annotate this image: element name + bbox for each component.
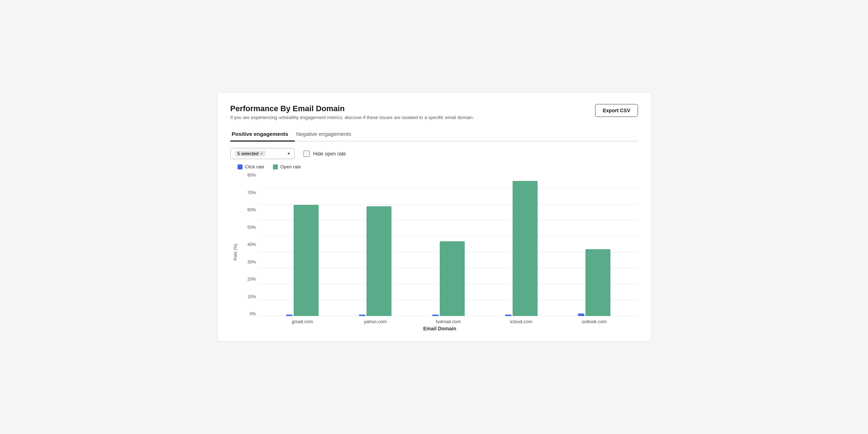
open-bar-hotmail: [440, 241, 465, 316]
controls-row: 5 selected × ▾ Hide open rate: [230, 148, 638, 159]
domain-badge: 5 selected ×: [235, 151, 266, 157]
bar-group-gmail: [266, 205, 339, 316]
click-bar-yahoo: [359, 315, 365, 316]
open-bar-outlook: [585, 249, 610, 316]
x-label-hotmail: hotmail.com: [412, 319, 485, 324]
click-bar-gmail: [286, 315, 293, 316]
click-bar-icloud: [505, 315, 512, 316]
bar-group-outlook: [558, 249, 630, 316]
x-axis-title: Email Domain: [242, 326, 638, 331]
legend-click-rate: Click rate: [238, 164, 264, 169]
open-bar-icloud: [513, 181, 538, 316]
card-title: Performance By Email Domain: [230, 104, 474, 113]
hide-open-rate-text: Hide open rate: [313, 151, 346, 157]
y-tick-60: 60%: [242, 208, 259, 212]
hide-open-rate-label[interactable]: Hide open rate: [303, 151, 346, 157]
x-label-icloud: icloud.com: [485, 319, 558, 324]
y-tick-40: 40%: [242, 242, 259, 247]
open-rate-color-swatch: [273, 164, 278, 169]
legend-open-rate: Open rate: [273, 164, 301, 169]
card-subtitle: If you are experiencing unhealthy engage…: [230, 115, 474, 120]
bars-container: [259, 173, 638, 316]
domain-badge-clear[interactable]: ×: [260, 151, 263, 156]
export-csv-button[interactable]: Export CSV: [595, 104, 638, 117]
y-tick-20: 20%: [242, 277, 259, 281]
x-label-yahoo: yahoo.com: [339, 319, 412, 324]
click-bar-hotmail: [432, 315, 439, 316]
y-tick-80: 80%: [242, 173, 259, 177]
bar-group-icloud: [485, 181, 558, 316]
chart-container: 0% 10% 20% 30% 40% 50% 60% 70% 80%: [242, 173, 638, 331]
x-axis-labels: gmail.com yahoo.com hotmail.com icloud.c…: [259, 316, 638, 324]
open-bar-yahoo: [366, 206, 391, 316]
header-row: Performance By Email Domain If you are e…: [230, 104, 638, 120]
bar-group-yahoo: [339, 206, 412, 316]
x-label-gmail: gmail.com: [266, 319, 339, 324]
tab-negative-engagements[interactable]: Negative engagements: [295, 127, 358, 142]
chevron-down-icon: ▾: [288, 151, 290, 156]
domain-badge-text: 5 selected: [238, 151, 259, 156]
chart-legend: Click rate Open rate: [238, 164, 638, 169]
chart-plot: 0% 10% 20% 30% 40% 50% 60% 70% 80%: [259, 173, 638, 316]
x-label-outlook: outlook.com: [558, 319, 630, 324]
tab-positive-engagements[interactable]: Positive engagements: [230, 127, 295, 142]
performance-card: Performance By Email Domain If you are e…: [217, 92, 651, 342]
chart-area: Rate (%) 0% 10% 20% 30% 40% 50% 60% 70% …: [230, 173, 638, 331]
y-tick-10: 10%: [242, 295, 259, 299]
tabs-container: Positive engagements Negative engagement…: [230, 127, 638, 142]
y-tick-70: 70%: [242, 191, 259, 195]
y-axis-label: Rate (%): [230, 173, 240, 331]
click-rate-color-swatch: [238, 164, 243, 169]
click-bar-outlook: [578, 314, 584, 316]
y-tick-0: 0%: [242, 312, 259, 316]
header-text: Performance By Email Domain If you are e…: [230, 104, 474, 120]
open-rate-label: Open rate: [280, 164, 301, 169]
y-tick-labels: 0% 10% 20% 30% 40% 50% 60% 70% 80%: [242, 173, 259, 316]
hide-open-rate-checkbox[interactable]: [303, 151, 310, 157]
click-rate-label: Click rate: [245, 164, 264, 169]
y-tick-50: 50%: [242, 225, 259, 230]
bar-group-hotmail: [412, 241, 485, 316]
domain-selector[interactable]: 5 selected × ▾: [230, 148, 295, 159]
open-bar-gmail: [294, 205, 319, 316]
y-tick-30: 30%: [242, 260, 259, 264]
